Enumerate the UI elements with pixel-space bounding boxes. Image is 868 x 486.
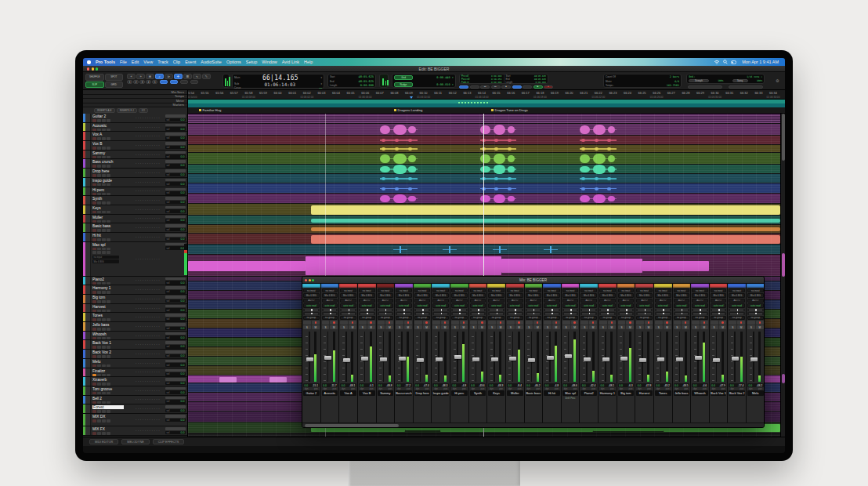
menu-view[interactable]: View <box>143 60 153 64</box>
strip-blank-button[interactable] <box>488 321 496 325</box>
strip-pan-slider[interactable] <box>488 309 505 312</box>
strip-solo-button[interactable]: S <box>618 325 626 329</box>
track-scrollbar[interactable] <box>780 114 785 437</box>
strip-input[interactable]: no input <box>580 288 597 292</box>
clip-waveform-long[interactable] <box>311 235 780 244</box>
track-extra-button[interactable] <box>97 251 101 254</box>
solo-button[interactable] <box>102 137 106 140</box>
strip-pan-slider[interactable] <box>747 312 764 315</box>
clip-waveform-blob[interactable] <box>593 125 606 136</box>
strip-solo-button[interactable]: S <box>359 325 367 329</box>
clip-waveform-blob[interactable] <box>608 126 615 133</box>
pan-slider[interactable] <box>165 286 186 289</box>
lane[interactable] <box>188 145 780 153</box>
zoom-pair-button[interactable] <box>180 80 188 84</box>
strip-input[interactable]: no input <box>729 288 745 292</box>
volume-display[interactable]: vol0.0 <box>165 173 186 177</box>
nudge-label[interactable]: Nudge <box>394 82 413 87</box>
transport-record[interactable]: ⏺ <box>544 85 553 89</box>
mute-button[interactable] <box>107 119 110 122</box>
menu-avid-link[interactable]: Avid Link <box>282 60 299 64</box>
record-enable-button[interactable] <box>92 119 96 122</box>
track-name[interactable]: Basic bass <box>92 224 136 228</box>
record-enable-button[interactable] <box>92 165 96 168</box>
strip-name[interactable]: Big tom <box>618 390 635 396</box>
fader-cap[interactable] <box>417 358 424 362</box>
strip-blank-button[interactable] <box>451 321 459 325</box>
solo-button[interactable] <box>102 174 106 177</box>
strip-input[interactable]: no input <box>322 288 338 292</box>
clip-waveform-blob[interactable] <box>494 165 506 173</box>
input-monitor-button[interactable] <box>97 310 101 313</box>
grid-label[interactable]: Grid <box>394 75 413 80</box>
mute-button[interactable] <box>107 410 110 413</box>
insert-slots[interactable]: ··········· <box>136 196 164 205</box>
mute-button[interactable] <box>107 282 110 285</box>
strip-input[interactable]: no input <box>340 288 356 292</box>
strip-name[interactable]: Back Vox 2 <box>729 390 745 396</box>
input-monitor-button[interactable] <box>97 156 101 159</box>
track-row-big-tom[interactable]: Big tom···········vol0.0 <box>83 295 187 304</box>
clip-waveform-blob[interactable] <box>393 125 406 136</box>
track-row-back-vox-1[interactable]: Back Vox 1···········vol0.0 <box>83 340 187 350</box>
clip-waveform-blob[interactable] <box>408 126 416 133</box>
sub-counter[interactable]: Sub01:06:14:03▾ <box>233 82 324 87</box>
pan-slider[interactable] <box>165 341 186 344</box>
strip-record-button[interactable] <box>423 321 431 325</box>
strip-auto-mode[interactable]: auto read <box>562 303 579 307</box>
strip-blank-button[interactable] <box>507 321 515 325</box>
pan-slider[interactable] <box>165 314 186 317</box>
fader-cap[interactable] <box>565 354 572 358</box>
insert-slots[interactable]: ··········· <box>136 322 164 331</box>
strip-solo-button[interactable]: S <box>711 325 718 329</box>
strip-mute-button[interactable]: M <box>441 325 449 329</box>
mixer-strip-inspo-guide[interactable]: no inputMix 6 BIGAUTOauto readno groupSM… <box>432 284 450 428</box>
mixer-strip-muller[interactable]: no inputMix 6 BIGAUTOauto readno groupSM… <box>506 284 525 428</box>
strip-mute-button[interactable]: M <box>312 325 320 329</box>
strip-auto[interactable]: AUTO <box>562 299 579 303</box>
menu-edit[interactable]: Edit <box>132 60 139 64</box>
clip-waveform-blob[interactable] <box>393 154 406 165</box>
insert-slots[interactable]: ··········· <box>136 304 164 313</box>
mute-button[interactable] <box>107 229 110 232</box>
strip-record-button[interactable] <box>756 321 764 325</box>
strip-group[interactable]: no group <box>507 316 523 320</box>
volume-display[interactable]: vol0.0 <box>165 238 186 241</box>
strip-name[interactable]: Synth <box>470 390 486 396</box>
volume-display[interactable]: vol0.0 <box>165 382 186 386</box>
mode-grid[interactable]: GRID <box>105 82 124 89</box>
strip-input[interactable]: no input <box>451 288 468 292</box>
record-enable-button[interactable] <box>92 419 96 423</box>
strip-blank-button[interactable] <box>580 321 588 325</box>
pan-slider[interactable] <box>165 216 186 219</box>
solo-button[interactable] <box>102 238 106 241</box>
solo-button[interactable] <box>102 183 106 187</box>
mixer-strip-back-vox-1[interactable]: no inputMix 6 BIGAUTOauto readno groupSM… <box>710 284 729 428</box>
strip-blank-button[interactable] <box>711 321 718 325</box>
strip-record-button[interactable] <box>515 321 523 325</box>
solo-button[interactable] <box>102 229 106 232</box>
mixer-strip-vox-a[interactable]: no inputMix 6 BIGAUTOauto readno groupSM… <box>339 284 358 428</box>
strip-output[interactable]: Mix 6 BIG <box>655 293 671 297</box>
mute-button[interactable] <box>107 193 110 196</box>
strip-group[interactable]: no group <box>451 316 468 320</box>
strip-input[interactable]: no input <box>618 288 635 292</box>
input-monitor-button[interactable] <box>97 248 101 251</box>
mute-button[interactable] <box>107 392 110 395</box>
strip-group[interactable]: no group <box>580 316 597 320</box>
track-name[interactable]: Whoosh <box>92 332 136 336</box>
volume-display[interactable]: vol0.0 <box>165 228 186 232</box>
strip-blank-button[interactable] <box>636 321 644 325</box>
strip-pan-slider[interactable] <box>692 312 708 315</box>
input-monitor-button[interactable] <box>97 364 101 368</box>
track-name[interactable]: Back Vox 2 <box>92 350 136 354</box>
strip-pan-slider[interactable] <box>562 312 579 315</box>
insert-slots[interactable]: ··········· <box>136 233 164 241</box>
strip-name[interactable]: Melu <box>747 390 764 396</box>
fader-cap[interactable] <box>639 358 646 362</box>
strip-group[interactable]: no group <box>747 316 764 320</box>
zoom-toggle[interactable]: ⊞ <box>146 74 154 79</box>
strip-auto-mode[interactable]: auto read <box>359 303 375 307</box>
strip-pan-slider[interactable] <box>618 309 635 312</box>
zoom-preset-1[interactable]: 1 <box>127 80 132 84</box>
